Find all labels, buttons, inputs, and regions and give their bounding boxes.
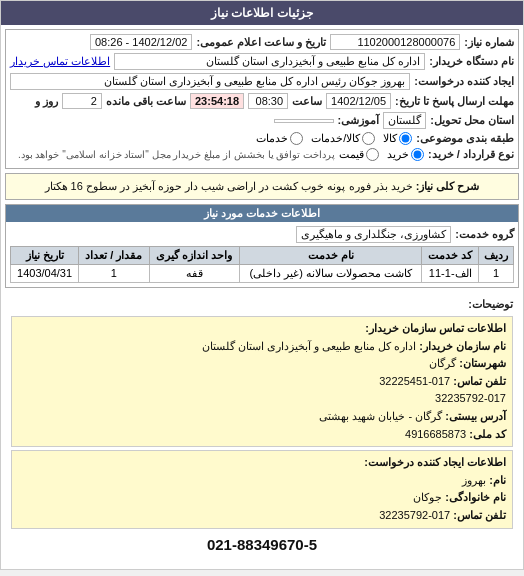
khadamat-body: گروه خدمت: کشاورزی، جنگلداری و ماهیگیری … [6,222,518,287]
ijad-konande-label: ایجاد کننده درخواست: [414,75,514,88]
cell-tarikh: 1403/04/31 [11,264,79,282]
buyer-code-row: کد ملی: 4916685873 [18,426,506,444]
header-title: جزئیات اطلاعات نیاز [211,6,313,20]
noe-gharardad-label: نوع قرارداد / خرید: [428,148,514,161]
cell-radif: 1 [478,264,513,282]
row-nam-dastgah: نام دستگاه خریدار: اداره کل منابع طبیعی … [10,53,514,70]
buyer-address-row: آدرس بیستی: گرگان - خیابان شهید بهشتی [18,408,506,426]
group-label: گروه خدمت: [455,228,514,241]
radio-kharid[interactable]: خرید [387,148,424,161]
service-table: ردیف کد خدمت نام خدمت واحد اندازه گیری م… [10,246,514,283]
radio-kala[interactable]: کالا [383,132,412,145]
col-vahed: واحد اندازه گیری [149,246,240,264]
buyer-info-title: اطلاعات تماس سازمان خریدار: [18,320,506,338]
buyer-address-label: آدرس بیستی: [445,410,506,422]
seller-tel-row: تلفن تماس: 32235792-017 [18,507,506,525]
mohlat-roz-value: 2 [62,93,102,109]
ijad-konande-value: بهروز جوکان رئیس اداره کل منابع طبیعی و … [10,73,410,90]
col-tarikh: تاریخ نیاز [11,246,79,264]
radio-kala-khadamat-input[interactable] [362,132,375,145]
notes-title: توضیحات: [11,296,513,314]
ettelaat-tamas-link[interactable]: اطلاعات تماس خریدار [10,55,110,68]
amozesh-label: آموزشی: [338,114,380,127]
col-nam: نام خدمت [240,246,422,264]
shomara-value: 1102000128000076 [330,34,460,50]
phone-display: 021-88349670-5 [11,533,513,557]
row-noe-gharardad: نوع قرارداد / خرید: خرید قیمت پرداخت توا… [10,148,514,161]
buyer-city-value: گرگان [429,357,456,369]
table-row: 1الف-1-11کاشت محصولات سالانه (غیر داخلی)… [11,264,514,282]
page-wrapper: جزئیات اطلاعات نیاز شماره نیاز: 11020001… [0,0,524,570]
mohlat-saat-label: ساعت [292,95,322,108]
seller-info-title: اطلاعات ایجاد کننده درخواست: [18,454,506,472]
col-radif: ردیف [478,246,513,264]
khadamat-section: اطلاعات خدمات مورد نیاز گروه خدمت: کشاور… [5,204,519,288]
seller-nam-value: بهروز [462,474,486,486]
row-ostan: استان محل تحویل: گلستان آموزشی: [10,112,514,129]
ostan-value: گلستان [383,112,426,129]
radio-khadamat[interactable]: خدمات [256,132,303,145]
nam-dastgah-value: اداره کل منابع طبیعی و آبخیزداری استان گ… [114,53,425,70]
shomara-label: شماره نیاز: [464,36,514,49]
col-kod: کد خدمت [422,246,478,264]
cell-nam_khadamat: کاشت محصولات سالانه (غیر داخلی) [240,264,422,282]
row-ijad-konande: ایجاد کننده درخواست: بهروز جوکان رئیس اد… [10,73,514,90]
mohlat-saat2-label: ساعت باقی مانده [106,95,186,108]
tarikhva-label: تاریخ و ساعت اعلام عمومی: [196,36,326,49]
tabaqebandi-label: طبقه بندی موضوعی: [416,132,514,145]
tabaqebandi-radio-group: کالا کالا/خدمات خدمات [256,132,412,145]
seller-tel-label: تلفن تماس: [453,509,506,521]
col-meghdad: مقدار / تعداد [79,246,149,264]
seller-khanevadegi-row: نام خانوادگی: جوکان [18,489,506,507]
buyer-info-box: اطلاعات تماس سازمان خریدار: نام سازمان خ… [11,316,513,447]
radio-gheymat-input[interactable] [366,148,379,161]
radio-kala-input[interactable] [399,132,412,145]
nam-dastgah-label: نام دستگاه خریدار: [429,55,514,68]
sharh-label: شرح کلی نیاز: [416,180,480,192]
mohlat-label: مهلت ارسال پاسخ تا تاریخ: [395,95,514,108]
group-value: کشاورزی، جنگلداری و ماهیگیری [296,226,451,243]
mohlat-countdown: 23:54:18 [190,93,244,109]
mohlat-roz-label: روز و [35,95,58,108]
table-header-row: ردیف کد خدمت نام خدمت واحد اندازه گیری م… [11,246,514,264]
seller-nam-row: نام: بهروز [18,472,506,490]
buyer-name-row: نام سازمان خریدار: اداره کل منابع طبیعی … [18,338,506,356]
header-bar: جزئیات اطلاعات نیاز [1,1,523,25]
main-info-section: شماره نیاز: 1102000128000076 تاریخ و ساع… [5,29,519,169]
tarikhva-value: 1402/12/02 - 08:26 [90,34,192,50]
notes-section: توضیحات: اطلاعات تماس سازمان خریدار: نام… [5,292,519,565]
row-tabaqebandi: طبقه بندی موضوعی: کالا کالا/خدمات خدمات [10,132,514,145]
seller-khanevadegi-value: جوکان [413,491,442,503]
buyer-tel1-row: تلفن تماس: 32225451-017 [18,373,506,391]
buyer-code-value: 4916685873 [405,428,466,440]
seller-tel-value: 32235792-017 [379,507,450,525]
mohlat-date: 1402/12/05 [326,93,391,109]
buyer-tel1-value: 32225451-017 [379,373,450,391]
cell-meghdad: 1 [79,264,149,282]
buyer-tel2-row: 32235792-017 [18,390,506,408]
buyer-tel1-label: تلفن تماس: [453,375,506,387]
buyer-city-label: شهرستان: [459,357,506,369]
khadamat-title: اطلاعات خدمات مورد نیاز [6,205,518,222]
radio-kharid-input[interactable] [411,148,424,161]
group-row: گروه خدمت: کشاورزی، جنگلداری و ماهیگیری [10,226,514,243]
row-mohlat: مهلت ارسال پاسخ تا تاریخ: 1402/12/05 ساع… [10,93,514,109]
buyer-code-label: کد ملی: [469,428,506,440]
buyer-tel2-value: 32235792-017 [435,390,506,408]
buyer-name-label: نام سازمان خریدار: [419,340,506,352]
sharh-box: شرح کلی نیاز: خرید بذر فوره پونه خوب کشت… [5,173,519,200]
buyer-city-row: شهرستان: گرگان [18,355,506,373]
mohlat-saat-value: 08:30 [248,93,288,109]
buyer-address-value: گرگان - خیابان شهید بهشتی [319,410,442,422]
seller-khanevadegi-label: نام خانوادگی: [445,491,506,503]
radio-khadamat-input[interactable] [290,132,303,145]
cell-vahed: قفه [149,264,240,282]
noe-gharardad-radio-group: خرید قیمت [339,148,424,161]
noe-gharardad-note: پرداخت توافق یا بخشش از مبلغ خریدار مجل … [18,149,335,160]
radio-gheymat[interactable]: قیمت [339,148,379,161]
radio-kala-khadamat[interactable]: کالا/خدمات [311,132,375,145]
cell-kod_khadamat: الف-1-11 [422,264,478,282]
seller-nam-label: نام: [489,474,506,486]
sharh-value: خرید بذر فوره پونه خوب کشت در اراضی شیب … [45,180,413,192]
buyer-name-value: اداره کل منابع طبیعی و آبخیزداری استان گ… [202,340,416,352]
